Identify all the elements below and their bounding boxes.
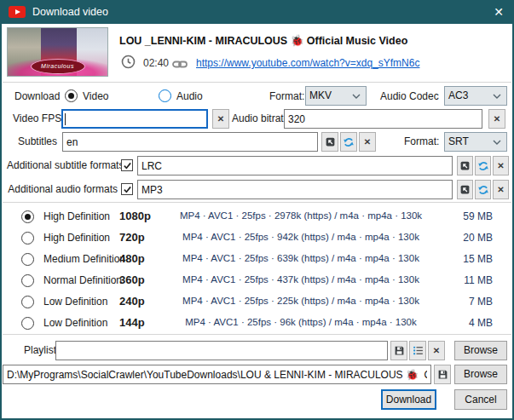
output-path-input[interactable]	[3, 365, 431, 384]
quality-definition: Low Definition	[43, 317, 107, 329]
subtitles-refresh-button[interactable]	[340, 132, 357, 152]
quality-file-size: 7 MB	[436, 296, 493, 308]
quality-codec-info: MP4 · AVC1 · 25fps · 225k (https) / m4a …	[165, 296, 437, 306]
playlist-save-button[interactable]	[390, 341, 407, 360]
additional-audio-refresh-button[interactable]	[475, 180, 491, 199]
clear-additional-subtitle-button[interactable]: ✕	[493, 156, 509, 175]
quality-codec-info: MP4 · AVC1 · 25fps · 437k (https) / m4a …	[165, 274, 437, 285]
video-fps-input[interactable]	[61, 109, 208, 129]
quality-resolution: 240p	[119, 295, 145, 308]
format-select[interactable]: MKV	[305, 86, 367, 106]
audio-radio-label[interactable]: Audio	[176, 90, 203, 102]
clear-subtitles-button[interactable]: ✕	[359, 132, 376, 152]
playlist-input[interactable]	[55, 341, 388, 360]
playlist-label: Playlist	[24, 344, 56, 356]
subtitles-label: Subtitles	[0, 135, 57, 147]
audio-bitrate-label: Audio bitrate	[232, 112, 289, 124]
miraculous-logo: Miraculous	[31, 59, 85, 74]
video-radio[interactable]	[65, 89, 78, 102]
quality-file-size: 59 MB	[436, 210, 493, 222]
subtitle-format-label: Format:	[404, 135, 439, 147]
download-button[interactable]: Download	[381, 389, 436, 410]
quality-file-size: 4 MB	[436, 317, 493, 329]
additional-subtitle-input[interactable]	[137, 156, 453, 175]
separator	[3, 202, 511, 203]
additional-subtitle-checkbox[interactable]	[121, 159, 133, 171]
quality-file-size: 15 MB	[436, 253, 493, 265]
quality-resolution: 480p	[119, 252, 145, 265]
video-radio-label[interactable]: Video	[83, 90, 108, 102]
subtitles-import-button[interactable]	[321, 132, 338, 152]
clock-icon	[121, 55, 136, 69]
save-icon	[394, 345, 405, 356]
separator	[3, 334, 511, 335]
quality-radio[interactable]	[21, 253, 34, 266]
clear-audio-bitrate-button[interactable]: ✕	[488, 109, 505, 129]
path-browse-button[interactable]: Browse	[454, 365, 507, 384]
additional-audio-checkbox[interactable]	[121, 183, 133, 195]
separator	[3, 82, 511, 83]
cancel-button[interactable]: Cancel	[454, 389, 507, 410]
quality-radio[interactable]	[21, 274, 34, 287]
additional-audio-input[interactable]	[137, 180, 453, 199]
import-icon	[459, 184, 471, 195]
path-save-button[interactable]	[434, 365, 451, 384]
audio-codec-label: Audio Codec	[380, 90, 439, 102]
additional-subtitle-import-button[interactable]	[457, 156, 473, 175]
import-icon	[325, 136, 336, 147]
quality-row[interactable]: Low Definition 144p MP4 · AVC1 · 25fps ·…	[3, 312, 511, 333]
quality-row[interactable]: High Definition 720p MP4 · AVC1 · 25fps …	[3, 227, 511, 248]
clear-video-fps-button[interactable]: ✕	[212, 109, 229, 129]
playlist-browse-button[interactable]: Browse	[454, 341, 507, 360]
text-caret	[65, 113, 66, 125]
refresh-icon	[477, 160, 489, 172]
clear-additional-audio-button[interactable]: ✕	[493, 180, 509, 199]
quality-definition: Normal Definition	[43, 274, 122, 286]
quality-resolution: 720p	[119, 231, 145, 244]
additional-audio-import-button[interactable]	[457, 180, 473, 199]
audio-bitrate-input[interactable]	[284, 109, 482, 129]
additional-audio-label: Additional audio formats	[7, 183, 118, 195]
playlist-list-button[interactable]	[409, 341, 426, 360]
audio-radio[interactable]	[159, 89, 171, 102]
quality-row[interactable]: High Definition 1080p MP4 · AVC1 · 25fps…	[3, 205, 511, 227]
quality-radio[interactable]	[21, 296, 34, 308]
refresh-icon	[477, 184, 489, 196]
quality-file-size: 11 MB	[436, 274, 493, 286]
chevron-down-icon	[493, 94, 501, 99]
video-thumbnail: Miraculous	[7, 27, 108, 77]
list-icon	[413, 345, 424, 356]
clear-playlist-button[interactable]: ✕	[428, 341, 445, 360]
import-icon	[459, 160, 471, 171]
additional-subtitle-label: Additional subtitle formats	[7, 159, 118, 171]
close-icon[interactable]: ✕	[494, 0, 504, 24]
dialog-border	[0, 0, 2, 420]
refresh-icon	[343, 136, 355, 148]
subtitles-input[interactable]	[62, 132, 318, 152]
video-url-link[interactable]: https://www.youtube.com/watch?v=xdq_sYfm…	[196, 57, 419, 69]
check-icon	[123, 185, 132, 194]
chevron-down-icon	[352, 94, 361, 99]
quality-radio[interactable]	[21, 210, 34, 223]
quality-codec-info: MP4 · AVC1 · 25fps · 2978k (https) / m4a…	[165, 210, 437, 221]
quality-resolution: 144p	[119, 316, 145, 329]
quality-definition: High Definition	[43, 210, 110, 222]
quality-resolution: 1080p	[119, 210, 151, 222]
video-fps-label: Video FPS	[13, 112, 61, 124]
quality-definition: High Definition	[43, 232, 110, 244]
link-icon	[172, 60, 188, 69]
titlebar: Download video ✕	[0, 0, 514, 24]
video-duration: 02:40	[143, 57, 169, 69]
quality-radio[interactable]	[21, 317, 34, 330]
quality-row[interactable]: Low Definition 240p MP4 · AVC1 · 25fps ·…	[3, 291, 511, 312]
quality-row[interactable]: Normal Definition 360p MP4 · AVC1 · 25fp…	[3, 269, 511, 291]
format-label: Format:	[269, 90, 304, 102]
quality-definition: Low Definition	[43, 296, 107, 308]
window-title: Download video	[32, 0, 108, 24]
quality-resolution: 360p	[119, 273, 145, 286]
subtitle-format-select[interactable]: SRT	[444, 132, 507, 152]
additional-subtitle-refresh-button[interactable]	[475, 156, 491, 175]
quality-row[interactable]: Medium Definition 480p MP4 · AVC1 · 25fp…	[3, 248, 511, 269]
quality-radio[interactable]	[21, 232, 34, 245]
audio-codec-select[interactable]: AC3	[444, 86, 507, 106]
